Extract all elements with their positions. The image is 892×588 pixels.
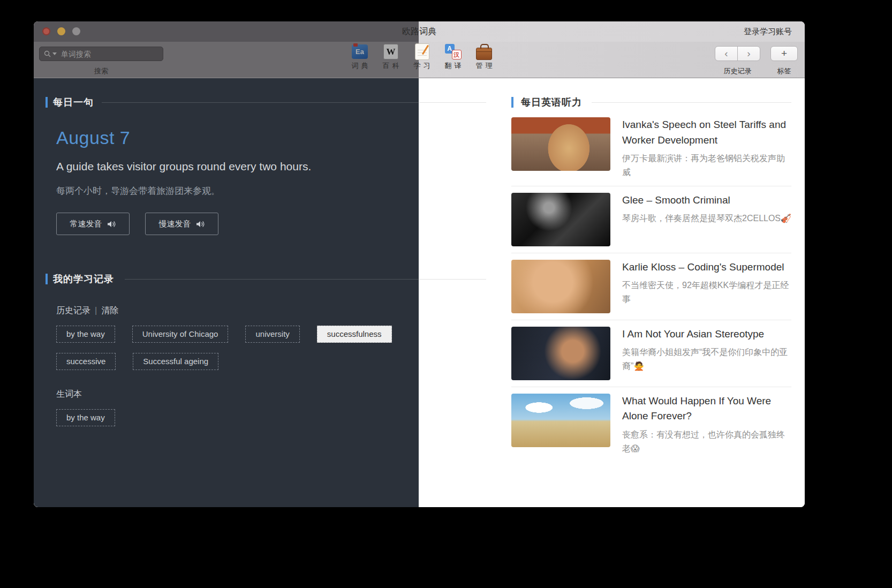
- history-nav: ‹ ›: [715, 46, 760, 61]
- normal-speed-button[interactable]: 常速发音: [56, 213, 130, 235]
- clear-history-link[interactable]: 清除: [101, 306, 118, 315]
- history-tags-row-2: successive Successful ageing: [56, 353, 218, 370]
- translate-label: 翻译: [442, 61, 464, 71]
- tags-section-label: 标签: [770, 66, 798, 76]
- wiki-label: 百科: [380, 61, 402, 71]
- history-tag[interactable]: Successful ageing: [133, 353, 218, 370]
- listening-item-subtitle: 不当维密天使，92年超模KK学编程才是正经事: [622, 278, 791, 306]
- history-tag[interactable]: university: [245, 326, 299, 343]
- history-tags-row-1: by the way University of Chicago univers…: [56, 326, 392, 343]
- wordbook-label: 生词本: [56, 389, 82, 400]
- window-title: 欧路词典: [402, 21, 436, 42]
- wordbook-tags-row: by the way: [56, 409, 115, 426]
- listening-column: 每日英语听力 Ivanka's Speech on Steel Tariffs …: [511, 78, 791, 507]
- search-section-label: 搜索: [39, 66, 163, 76]
- study-tab[interactable]: 学习: [406, 43, 437, 71]
- manage-label: 管理: [473, 61, 495, 71]
- history-row: 历史记录|清除: [56, 305, 118, 316]
- listening-item-title: What Would Happen If You Were Alone Fore…: [622, 394, 791, 424]
- speaker-icon: [107, 220, 116, 228]
- daily-sentence-english: A guide takes visitor groups round every…: [56, 160, 311, 173]
- listening-thumbnail: [511, 327, 610, 380]
- manage-icon: [476, 48, 492, 60]
- translate-tab[interactable]: A汉 翻译: [437, 43, 468, 71]
- close-button[interactable]: [42, 27, 50, 35]
- listening-item[interactable]: What Would Happen If You Were Alone Fore…: [511, 387, 791, 462]
- accent-bar: [46, 97, 48, 108]
- listening-item-title: Glee – Smooth Criminal: [622, 193, 791, 208]
- listening-thumbnail: [511, 193, 610, 246]
- divider: [592, 102, 791, 103]
- translate-icon: A汉: [445, 44, 462, 59]
- history-tag[interactable]: successive: [56, 353, 116, 370]
- slow-speed-button[interactable]: 慢速发音: [145, 213, 218, 235]
- listening-item-subtitle: 伊万卡最新演讲：再为老爸钢铝关税发声助威: [622, 152, 791, 179]
- login-account-link[interactable]: 登录学习账号: [744, 21, 792, 42]
- zoom-button[interactable]: [72, 27, 80, 35]
- accent-bar: [511, 97, 513, 108]
- listening-item-title: Karlie Kloss – Coding's Supermodel: [622, 260, 791, 275]
- daily-sentence-date: August 7: [56, 127, 130, 148]
- daily-sentence-title: 每日一句: [53, 97, 94, 108]
- study-record-title: 我的学习记录: [53, 274, 114, 284]
- accent-bar: [46, 274, 48, 284]
- divider: [125, 279, 486, 280]
- history-label: 历史记录: [56, 306, 90, 315]
- daily-sentence-chinese: 每两个小时，导游会带着旅游团来参观。: [56, 185, 220, 197]
- listening-item[interactable]: I Am Not Your Asian Stereotype 美籍华裔小姐姐发声…: [511, 320, 791, 387]
- add-tag-button[interactable]: +: [770, 46, 798, 61]
- slow-speed-label: 慢速发音: [159, 219, 191, 229]
- speaker-icon: [196, 220, 205, 228]
- search-input[interactable]: [60, 49, 158, 59]
- forward-button[interactable]: ›: [737, 46, 760, 61]
- history-tag[interactable]: University of Chicago: [132, 326, 229, 343]
- history-section-label: 历史记录: [715, 66, 760, 76]
- listening-header: 每日英语听力: [511, 97, 791, 108]
- history-tag[interactable]: by the way: [56, 326, 115, 343]
- left-column: 每日一句 August 7 A guide takes visitor grou…: [34, 78, 486, 507]
- wiki-icon: W: [383, 44, 398, 59]
- dictionary-icon: Ea: [352, 44, 368, 59]
- listening-item[interactable]: Karlie Kloss – Coding's Supermodel 不当维密天…: [511, 253, 791, 320]
- chevron-down-icon: [52, 52, 57, 55]
- content-area: 每日一句 August 7 A guide takes visitor grou…: [34, 78, 805, 507]
- listening-title: 每日英语听力: [521, 96, 582, 109]
- traffic-lights: [42, 27, 80, 35]
- search-field[interactable]: [39, 47, 163, 61]
- listening-list: Ivanka's Speech on Steel Tariffs and Wor…: [511, 117, 791, 507]
- listening-item-title: Ivanka's Speech on Steel Tariffs and Wor…: [622, 117, 791, 148]
- toolbar: 搜索 Ea 词典 W 百科 学习 A汉 翻译: [34, 42, 805, 78]
- pronunciation-buttons: 常速发音 慢速发音: [56, 213, 218, 235]
- dictionary-tab[interactable]: Ea 词典: [344, 43, 375, 71]
- study-icon: [415, 43, 429, 60]
- normal-speed-label: 常速发音: [70, 219, 102, 229]
- study-label: 学习: [411, 61, 433, 71]
- listening-item[interactable]: Glee – Smooth Criminal 琴房斗歌，伴奏居然是提琴双杰2CE…: [511, 186, 791, 253]
- listening-item-title: I Am Not Your Asian Stereotype: [622, 327, 791, 342]
- separator: |: [95, 306, 97, 315]
- wiki-tab[interactable]: W 百科: [375, 43, 406, 71]
- manage-tab[interactable]: 管理: [468, 43, 500, 71]
- titlebar: 欧路词典 登录学习账号: [34, 21, 805, 42]
- toolbar-icons: Ea 词典 W 百科 学习 A汉 翻译 管理: [344, 43, 500, 71]
- wordbook-tag[interactable]: by the way: [56, 409, 115, 426]
- divider: [102, 102, 486, 103]
- listening-thumbnail: [511, 260, 610, 313]
- daily-sentence-header: 每日一句: [34, 97, 486, 108]
- desktop-background: 欧路词典 登录学习账号 搜索 Ea 词典 W 百科: [0, 0, 892, 588]
- listening-item-subtitle: 美籍华裔小姐姐发声“我不是你们印象中的亚裔”🙅: [622, 345, 791, 373]
- listening-item[interactable]: Ivanka's Speech on Steel Tariffs and Wor…: [511, 117, 791, 186]
- study-record-header: 我的学习记录: [34, 274, 486, 284]
- minimize-button[interactable]: [57, 27, 65, 35]
- back-button[interactable]: ‹: [715, 46, 738, 61]
- listening-thumbnail: [511, 394, 610, 447]
- history-tag-highlighted[interactable]: successfulness: [317, 326, 392, 343]
- listening-thumbnail: [511, 117, 610, 171]
- search-icon: [44, 50, 51, 57]
- listening-item-subtitle: 丧愈系：有没有想过，也许你真的会孤独终老😱: [622, 428, 791, 456]
- dictionary-label: 词典: [349, 61, 371, 71]
- app-window: 欧路词典 登录学习账号 搜索 Ea 词典 W 百科: [34, 21, 805, 507]
- listening-item-subtitle: 琴房斗歌，伴奏居然是提琴双杰2CELLOS🎻: [622, 212, 791, 225]
